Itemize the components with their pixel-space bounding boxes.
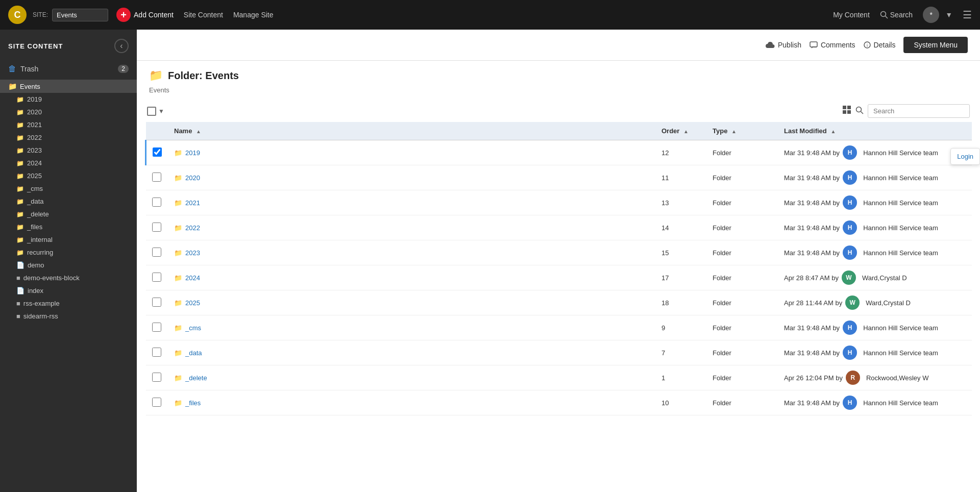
sidebar-item-2022[interactable]: 📁 2022 — [0, 131, 137, 144]
details-button[interactable]: i Details — [864, 41, 896, 49]
user-avatar[interactable]: * — [923, 7, 939, 23]
row-modified-date: Apr 28 11:44 AM by — [784, 299, 842, 307]
row-checkbox[interactable] — [152, 198, 161, 207]
svg-point-9 — [856, 107, 862, 112]
site-content-nav[interactable]: Site Content — [184, 11, 223, 19]
row-checkbox[interactable] — [152, 298, 161, 307]
row-user-name: Hannon Hill Service team — [863, 349, 938, 357]
navbar-search-button[interactable]: Search — [880, 11, 913, 19]
hamburger-menu-icon[interactable]: ☰ — [963, 9, 972, 21]
sidebar-item-2020[interactable]: 📁 2020 — [0, 106, 137, 118]
col-name[interactable]: Name ▲ — [168, 122, 655, 140]
sidebar-item-cms[interactable]: 📁 _cms — [0, 182, 137, 195]
sidebar-item-trash[interactable]: 🗑 Trash 2 — [0, 60, 137, 78]
col-last-modified[interactable]: Last Modified ▲ — [778, 122, 972, 140]
row-user-avatar: H — [843, 396, 857, 410]
trash-icon: 🗑 — [8, 64, 16, 73]
row-checkbox[interactable] — [152, 373, 161, 382]
select-all-checkbox[interactable] — [147, 107, 156, 116]
sidebar-item-2019[interactable]: 📁 2019 — [0, 93, 137, 106]
row-name-link[interactable]: 2020 — [185, 174, 200, 182]
sidebar-collapse-button[interactable]: ‹ — [114, 39, 129, 53]
row-checkbox[interactable] — [152, 348, 161, 357]
row-checkbox[interactable] — [152, 323, 161, 332]
add-content-button[interactable]: + Add Content — [116, 8, 174, 22]
table-search-input[interactable] — [868, 104, 970, 118]
navbar: C SITE: + Add Content Site Content Manag… — [0, 0, 980, 30]
table-row: 📁202518FolderApr 28 11:44 AM byWWard,Cry… — [146, 290, 972, 315]
row-user-name: Ward,Crystal D — [862, 274, 907, 282]
col-checkbox — [146, 122, 168, 140]
sidebar-item-delete[interactable]: 📁 _delete — [0, 208, 137, 220]
sidebar-item-index[interactable]: 📄 index — [0, 284, 137, 297]
row-checkbox[interactable] — [152, 173, 161, 182]
row-name-link[interactable]: _data — [185, 349, 202, 357]
col-type[interactable]: Type ▲ — [706, 122, 778, 140]
sidebar-item-data[interactable]: 📁 _data — [0, 195, 137, 208]
row-name-link[interactable]: 2022 — [185, 224, 200, 232]
app-logo[interactable]: C — [8, 6, 27, 24]
row-name-link[interactable]: 2021 — [185, 199, 200, 207]
plugin-icon: ■ — [16, 274, 20, 282]
site-name-input[interactable] — [52, 9, 108, 21]
comments-button[interactable]: Comments — [810, 41, 855, 49]
row-user-avatar: H — [843, 145, 857, 160]
sidebar-item-sidearm-rss[interactable]: ■ sidearm-rss — [0, 310, 137, 323]
avatar-dropdown-icon[interactable]: ▼ — [945, 11, 952, 19]
table-search-icon-button[interactable] — [855, 106, 864, 116]
search-icon — [880, 11, 888, 19]
row-name-link[interactable]: _cms — [185, 324, 201, 332]
sidebar-item-demo-events-block[interactable]: ■ demo-events-block — [0, 272, 137, 284]
sidebar-item-rss-example[interactable]: ■ rss-example — [0, 297, 137, 310]
row-checkbox[interactable] — [152, 398, 161, 407]
manage-site-nav[interactable]: Manage Site — [233, 11, 274, 19]
row-user-avatar: H — [843, 245, 857, 260]
row-modified-date: Mar 31 9:48 AM by — [784, 349, 840, 357]
folder-header-icon: 📁 — [149, 69, 163, 82]
select-all-chevron[interactable]: ▼ — [157, 108, 165, 115]
sidebar-item-2025[interactable]: 📁 2025 — [0, 169, 137, 182]
login-popup[interactable]: Login — [950, 148, 980, 165]
sidebar-title: SITE CONTENT — [8, 42, 63, 50]
table-row: 📁_files10FolderMar 31 9:48 AM byHHannon … — [146, 390, 972, 415]
row-order: 11 — [655, 165, 706, 190]
row-order: 13 — [655, 190, 706, 215]
row-checkbox[interactable] — [152, 248, 161, 257]
col-order[interactable]: Order ▲ — [655, 122, 706, 140]
table-row: 📁_data7FolderMar 31 9:48 AM byHHannon Hi… — [146, 340, 972, 365]
grid-view-button[interactable] — [842, 105, 851, 117]
row-name-link[interactable]: _delete — [185, 374, 207, 382]
row-checkbox[interactable] — [152, 223, 161, 232]
sidebar-item-demo[interactable]: 📄 demo — [0, 259, 137, 272]
table-row: 📁_delete1FolderApr 26 12:04 PM byRRockwo… — [146, 365, 972, 390]
row-type: Folder — [706, 340, 778, 365]
sidebar-item-internal[interactable]: 📁 _internal — [0, 233, 137, 246]
folder-icon: 📁 — [16, 211, 24, 218]
row-checkbox[interactable] — [153, 147, 162, 157]
sidebar-item-events[interactable]: 📁 Events — [0, 80, 137, 93]
row-name-link[interactable]: 2024 — [185, 274, 200, 282]
publish-button[interactable]: Publish — [766, 41, 801, 49]
sidebar-item-recurring[interactable]: 📁 recurring — [0, 246, 137, 259]
sidebar-item-label: 2021 — [27, 121, 42, 129]
row-name-link[interactable]: 2025 — [185, 299, 200, 307]
row-name-link[interactable]: 2019 — [185, 149, 200, 157]
row-modified-date: Mar 31 9:48 AM by — [784, 149, 840, 157]
row-type: Folder — [706, 215, 778, 240]
content-area: ▼ Name — [137, 100, 980, 492]
sidebar-item-2024[interactable]: 📁 2024 — [0, 157, 137, 169]
row-type: Folder — [706, 290, 778, 315]
folder-icon: 📁 — [16, 173, 24, 180]
row-user-avatar: R — [846, 371, 860, 385]
sidebar-item-2023[interactable]: 📁 2023 — [0, 144, 137, 157]
sidebar-item-2021[interactable]: 📁 2021 — [0, 118, 137, 131]
row-name-link[interactable]: _files — [185, 399, 201, 407]
system-menu-button[interactable]: System Menu — [903, 37, 968, 53]
row-modified-date: Apr 28 8:47 AM by — [784, 274, 839, 282]
row-checkbox[interactable] — [152, 273, 161, 282]
my-content-button[interactable]: My Content — [833, 11, 870, 19]
sidebar-item-files[interactable]: 📁 _files — [0, 220, 137, 233]
table-row: 📁201912FolderMar 31 9:48 AM byHHannon Hi… — [146, 140, 972, 165]
row-user-avatar: H — [843, 170, 857, 185]
row-name-link[interactable]: 2023 — [185, 249, 200, 257]
